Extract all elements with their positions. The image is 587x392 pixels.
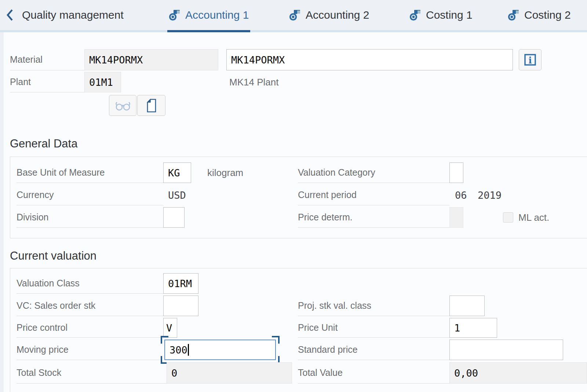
valuation-class-field[interactable]: 01RM bbox=[163, 273, 198, 294]
copy-button[interactable] bbox=[137, 95, 165, 116]
money-icon bbox=[508, 10, 519, 21]
money-icon bbox=[289, 10, 300, 21]
information-icon: i bbox=[524, 53, 537, 66]
total-stock-field: 0 bbox=[167, 362, 292, 384]
plant-key-field: 01M1 bbox=[84, 72, 121, 92]
ml-act-checkbox bbox=[503, 212, 513, 223]
base-unit-label: Base Unit of Measure bbox=[17, 162, 163, 183]
moving-price-label: Moving price bbox=[17, 340, 160, 360]
chevron-left-icon bbox=[5, 8, 14, 22]
division-field[interactable] bbox=[163, 207, 185, 228]
material-label: Material bbox=[10, 49, 84, 70]
svg-text:i: i bbox=[528, 55, 532, 66]
glasses-icon bbox=[114, 100, 131, 111]
tab-costing-1[interactable]: Costing 1 bbox=[409, 0, 473, 30]
tab-label: Accounting 2 bbox=[306, 9, 369, 21]
tab-quality-management[interactable]: Quality management bbox=[5, 0, 124, 30]
valuation-class-label: Valuation Class bbox=[17, 273, 163, 294]
general-data-heading: General Data bbox=[10, 137, 77, 150]
current-period-year: 2019 bbox=[478, 185, 502, 205]
valuation-category-label: Valuation Category bbox=[298, 162, 449, 183]
vc-sales-order-stk-label: VC: Sales order stk bbox=[17, 296, 163, 316]
money-icon bbox=[169, 10, 180, 21]
selected-tab-underline bbox=[167, 30, 250, 32]
current-valuation-heading: Current valuation bbox=[10, 249, 96, 263]
price-determ-label: Price determ. bbox=[298, 207, 449, 228]
base-unit-description: kilogram bbox=[207, 162, 243, 183]
price-control-field[interactable]: V bbox=[163, 318, 177, 338]
proj-stk-val-class-label: Proj. stk val. class bbox=[298, 296, 449, 316]
price-unit-field[interactable]: 1 bbox=[449, 318, 497, 338]
tab-label: Costing 1 bbox=[426, 9, 473, 21]
ml-act-label: ML act. bbox=[518, 207, 549, 228]
total-value-field: 0,00 bbox=[449, 362, 587, 384]
proj-stk-val-class-field[interactable] bbox=[449, 296, 485, 316]
tab-costing-2[interactable]: Costing 2 bbox=[508, 0, 571, 30]
standard-price-field[interactable] bbox=[449, 340, 563, 360]
material-master-accounting-screen: Quality management Accounting 1 bbox=[0, 0, 587, 392]
price-determ-field bbox=[449, 207, 463, 228]
plant-label: Plant bbox=[10, 72, 84, 92]
document-icon bbox=[146, 98, 157, 113]
current-period-month: 06 bbox=[455, 185, 467, 205]
base-unit-field[interactable]: KG bbox=[163, 162, 191, 183]
division-label: Division bbox=[17, 207, 163, 228]
text-caret bbox=[188, 344, 189, 356]
currency-value: USD bbox=[168, 185, 186, 205]
moving-price-value: 300 bbox=[169, 344, 187, 356]
tab-bar: Quality management Accounting 1 bbox=[0, 0, 587, 32]
current-period-label: Current period bbox=[298, 185, 449, 205]
price-unit-label: Price Unit bbox=[298, 318, 449, 338]
price-control-label: Price control bbox=[17, 318, 163, 338]
tab-label: Quality management bbox=[22, 9, 124, 21]
vc-sales-order-stk-field[interactable] bbox=[163, 296, 198, 316]
moving-price-field[interactable]: 300 bbox=[164, 340, 276, 360]
tab-label: Costing 2 bbox=[524, 9, 571, 21]
valuation-category-field[interactable] bbox=[449, 162, 463, 183]
total-value-label: Total Value bbox=[298, 362, 449, 384]
tab-accounting-2[interactable]: Accounting 2 bbox=[289, 0, 369, 30]
plant-description: MK14 Plant bbox=[229, 72, 278, 92]
money-icon bbox=[409, 10, 421, 21]
tab-label: Accounting 1 bbox=[185, 9, 249, 21]
currency-label: Currency bbox=[17, 185, 163, 205]
material-key-field: MK14PORMX bbox=[84, 49, 218, 70]
material-description-field[interactable]: MK14PORMX bbox=[226, 49, 513, 70]
total-stock-label: Total Stock bbox=[17, 362, 167, 384]
display-button[interactable] bbox=[109, 95, 136, 116]
standard-price-label: Standard price bbox=[298, 340, 449, 360]
tab-accounting-1[interactable]: Accounting 1 bbox=[169, 0, 249, 30]
information-button[interactable]: i bbox=[519, 49, 542, 70]
